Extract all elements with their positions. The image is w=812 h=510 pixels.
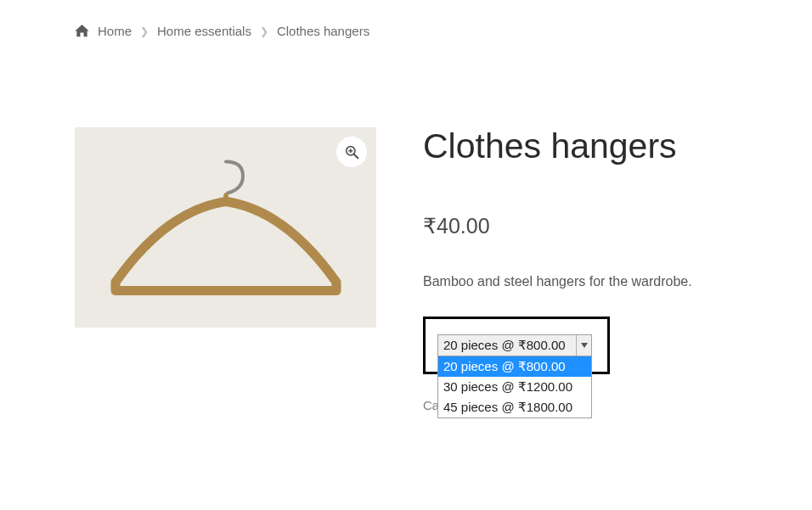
product-price: ₹40.00 bbox=[423, 214, 737, 238]
chevron-down-icon bbox=[576, 335, 591, 356]
quantity-option[interactable]: 30 pieces @ ₹1200.00 bbox=[438, 377, 591, 397]
quantity-select-value: 20 pieces @ ₹800.00 bbox=[443, 338, 566, 352]
zoom-button[interactable] bbox=[336, 137, 367, 167]
quantity-select[interactable]: 20 pieces @ ₹800.00 bbox=[437, 334, 592, 356]
quantity-select-wrapper: 20 pieces @ ₹800.00 20 pieces @ ₹800.00 … bbox=[423, 317, 610, 374]
svg-line-1 bbox=[354, 154, 358, 158]
product-details: Clothes hangers ₹40.00 Bamboo and steel … bbox=[423, 127, 737, 412]
quantity-dropdown-list: 20 pieces @ ₹800.00 30 pieces @ ₹1200.00… bbox=[437, 356, 592, 418]
breadcrumb: Home ❯ Home essentials ❯ Clothes hangers bbox=[75, 24, 737, 38]
breadcrumb-home[interactable]: Home bbox=[98, 24, 132, 38]
breadcrumb-category[interactable]: Home essentials bbox=[157, 24, 251, 38]
hanger-illustration bbox=[99, 155, 353, 317]
product-title: Clothes hangers bbox=[423, 126, 737, 167]
breadcrumb-separator: ❯ bbox=[140, 25, 149, 37]
breadcrumb-separator: ❯ bbox=[260, 25, 268, 37]
home-icon bbox=[75, 25, 89, 37]
zoom-icon bbox=[345, 145, 359, 160]
product-image[interactable] bbox=[75, 127, 376, 328]
product-image-column bbox=[75, 127, 376, 412]
product-main: Clothes hangers ₹40.00 Bamboo and steel … bbox=[75, 127, 737, 412]
quantity-option[interactable]: 45 pieces @ ₹1800.00 bbox=[438, 397, 591, 418]
breadcrumb-current: Clothes hangers bbox=[277, 24, 369, 38]
quantity-option[interactable]: 20 pieces @ ₹800.00 bbox=[438, 356, 591, 377]
product-description: Bamboo and steel hangers for the wardrob… bbox=[423, 274, 737, 289]
